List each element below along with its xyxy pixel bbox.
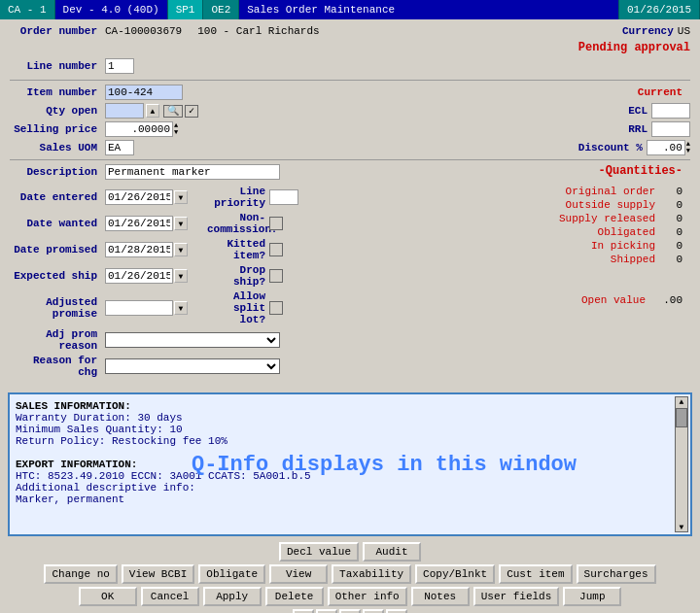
- current-label: Current: [638, 86, 682, 98]
- nav-stop-button[interactable]: ■: [386, 609, 407, 613]
- adj-prom-reason-select[interactable]: [105, 332, 280, 348]
- button-row-3: OK Cancel Apply Delete Other info Notes …: [0, 587, 700, 606]
- description-input[interactable]: [105, 164, 280, 180]
- surcharges-button[interactable]: Surcharges: [577, 564, 656, 584]
- sales-uom-label: Sales UOM: [10, 142, 97, 153]
- date-wanted-arrow[interactable]: ▼: [174, 217, 188, 230]
- adjusted-promise-label: Adjusted promise: [10, 296, 97, 320]
- outside-supply-label: Outside supply: [566, 199, 655, 211]
- other-info-button[interactable]: Other info: [328, 587, 407, 606]
- qty-open-input[interactable]: [105, 103, 144, 119]
- date-entered-arrow[interactable]: ▼: [174, 190, 188, 204]
- adjusted-promise-arrow[interactable]: ▼: [174, 301, 188, 315]
- view-bcbi-button[interactable]: View BCBI: [122, 564, 194, 584]
- change-no-button[interactable]: Change no: [44, 564, 117, 584]
- copy-blnkt-button[interactable]: Copy/Blnkt: [415, 564, 495, 584]
- date-promised-arrow[interactable]: ▼: [174, 243, 188, 256]
- decl-value-button[interactable]: Decl value: [279, 542, 359, 562]
- reason-for-chg-select[interactable]: [105, 358, 280, 374]
- drop-ship-checkbox[interactable]: [269, 269, 283, 283]
- status-badge: Pending approval: [578, 41, 690, 54]
- discount-label: Discount %: [578, 142, 643, 153]
- nav-prev-button[interactable]: ◄: [316, 609, 337, 613]
- item-number-input[interactable]: [105, 85, 183, 100]
- scroll-up-arrow[interactable]: ▲: [680, 397, 684, 406]
- nav-last-button[interactable]: ►►: [363, 609, 384, 613]
- selling-price-input[interactable]: [105, 121, 173, 137]
- info-line4: Return Policy: Restocking fee 10%: [16, 435, 684, 447]
- audit-button[interactable]: Audit: [363, 542, 421, 562]
- sp1-segment[interactable]: SP1: [168, 0, 204, 19]
- nav-next-button[interactable]: ►: [339, 609, 361, 613]
- kitted-item-checkbox[interactable]: [269, 243, 283, 256]
- info-line2: Warranty Duration: 30 days: [16, 412, 684, 424]
- date-segment: 01/26/2015: [619, 0, 700, 19]
- cancel-button[interactable]: Cancel: [141, 587, 199, 606]
- rrl-input[interactable]: [651, 121, 690, 137]
- supply-released-value: 0: [663, 213, 682, 224]
- taxability-button[interactable]: Taxability: [332, 564, 411, 584]
- delete-button[interactable]: Delete: [265, 587, 324, 606]
- adjusted-promise-input[interactable]: [105, 300, 173, 316]
- info-section: SALES INFORMATION: Warranty Duration: 30…: [8, 392, 692, 536]
- in-picking-value: 0: [663, 240, 682, 252]
- line-number-input[interactable]: [105, 58, 134, 74]
- allow-split-label: Allow split lot?: [207, 290, 265, 325]
- line-priority-input[interactable]: [269, 189, 298, 205]
- notes-button[interactable]: Notes: [411, 587, 470, 606]
- scroll-down-arrow[interactable]: ▼: [680, 523, 684, 531]
- date-entered-input[interactable]: [105, 189, 173, 205]
- qty-up-icon[interactable]: ▲: [146, 104, 159, 118]
- info-line3: Minimum Sales Quantity: 10: [16, 424, 684, 435]
- check-icon[interactable]: ✓: [185, 104, 198, 118]
- allow-split-checkbox[interactable]: [269, 301, 283, 315]
- jump-button[interactable]: Jump: [563, 587, 621, 606]
- expected-ship-label: Expected ship: [10, 270, 97, 282]
- order-number-value: CA-100003679: [105, 25, 182, 37]
- item-number-label: Item number: [10, 86, 97, 98]
- oe2-segment[interactable]: OE2: [203, 0, 239, 19]
- title-bar: CA - 1 Dev - 4.0 (40D) SP1 OE2 Sales Ord…: [0, 0, 700, 19]
- main-content: Order number CA-100003679 100 - Carl Ric…: [0, 19, 700, 387]
- customer-value: 100 - Carl Richards: [197, 25, 319, 37]
- open-value-value: .00: [653, 294, 682, 306]
- order-number-label: Order number: [10, 25, 97, 37]
- scroll-thumb[interactable]: [676, 408, 687, 427]
- user-fields-button[interactable]: User fields: [473, 587, 560, 606]
- zoom-icon[interactable]: 🔍: [163, 104, 183, 118]
- original-order-value: 0: [663, 186, 682, 197]
- discount-input[interactable]: [647, 140, 685, 155]
- ok-button[interactable]: OK: [79, 587, 137, 606]
- shipped-value: 0: [663, 254, 682, 265]
- non-commission-label: Non-commission?: [207, 212, 265, 235]
- apply-button[interactable]: Apply: [203, 587, 262, 606]
- original-order-label: Original order: [566, 186, 655, 197]
- q-info-overlay: Q-Info displays in this window: [192, 453, 577, 477]
- dev-segment[interactable]: Dev - 4.0 (40D): [55, 0, 168, 19]
- line-number-label: Line number: [10, 60, 97, 72]
- ecl-label: ECL: [628, 105, 648, 117]
- non-commission-checkbox[interactable]: [269, 217, 283, 230]
- nav-first-button[interactable]: ◄◄: [293, 609, 314, 613]
- obligated-label: Obligated: [598, 226, 655, 238]
- drop-ship-label: Drop ship?: [207, 264, 265, 288]
- outside-supply-value: 0: [663, 199, 682, 211]
- info-scrollbar[interactable]: ▲ ▼: [675, 396, 688, 532]
- view-button[interactable]: View: [269, 564, 328, 584]
- description-label: Description: [10, 166, 97, 178]
- shipped-label: Shipped: [611, 254, 655, 265]
- date-wanted-label: Date wanted: [10, 218, 97, 229]
- expected-ship-arrow[interactable]: ▼: [174, 269, 188, 283]
- info-line8: Additional descriptive info:: [16, 482, 684, 494]
- ca-segment[interactable]: CA - 1: [0, 0, 55, 19]
- expected-ship-input[interactable]: [105, 268, 173, 284]
- obligate-button[interactable]: Obligate: [198, 564, 265, 584]
- sales-uom-input[interactable]: [105, 140, 134, 155]
- nav-bar: ◄◄ ◄ ► ►► ■: [0, 609, 700, 613]
- quantities-label: -Quantities-: [599, 164, 682, 178]
- ecl-input[interactable]: [651, 103, 690, 119]
- cust-item-button[interactable]: Cust item: [499, 564, 572, 584]
- reason-for-chg-label: Reason for chg: [10, 355, 97, 378]
- date-promised-input[interactable]: [105, 242, 173, 257]
- date-wanted-input[interactable]: [105, 216, 173, 231]
